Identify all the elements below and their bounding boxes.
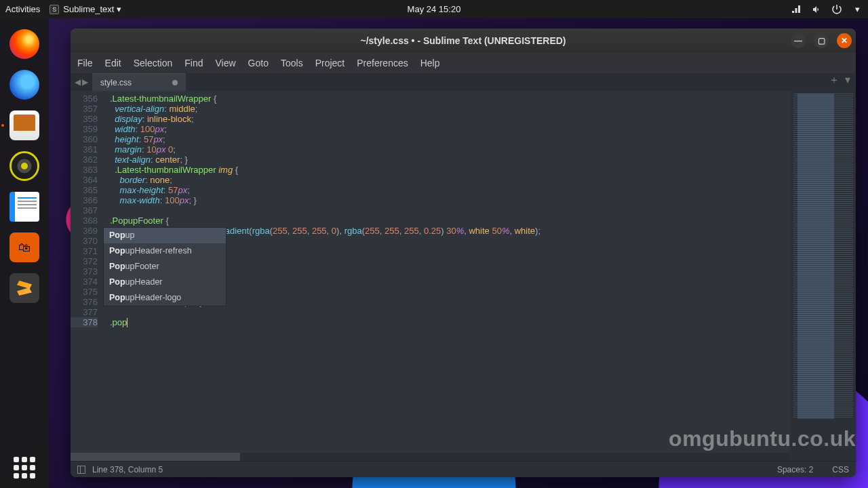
power-icon[interactable] — [831, 4, 842, 15]
dock-writer[interactable] — [7, 189, 42, 224]
autocomplete-item[interactable]: PopupHeader — [104, 274, 226, 290]
autocomplete-item[interactable]: PopupFooter — [104, 259, 226, 274]
menu-edit[interactable]: Edit — [105, 58, 121, 68]
tab-label: style.css — [100, 78, 132, 87]
writer-icon — [9, 192, 39, 222]
status-indent[interactable]: Spaces: 2 — [777, 465, 813, 474]
activities-button[interactable]: Activities — [5, 4, 40, 14]
minimap-content — [793, 94, 853, 419]
sublime-icon — [9, 273, 39, 303]
firefox-icon — [9, 29, 39, 59]
editor[interactable]: 3563573583593603613623633643653663673683… — [71, 91, 856, 461]
tab-next-icon[interactable]: ▶ — [82, 77, 88, 87]
network-icon[interactable] — [791, 4, 802, 15]
menu-project[interactable]: Project — [315, 58, 345, 68]
clock[interactable]: May 24 15:20 — [408, 4, 461, 14]
minimap[interactable] — [791, 91, 856, 461]
titlebar[interactable]: ~/style.css • - Sublime Text (UNREGISTER… — [71, 28, 856, 53]
autocomplete-item[interactable]: Popup — [104, 228, 226, 243]
rhythmbox-icon — [9, 151, 39, 181]
scrollbar-thumb[interactable] — [71, 453, 240, 461]
statusbar: Line 378, Column 5 Spaces: 2 CSS — [71, 461, 856, 477]
menubar: File Edit Selection Find View Goto Tools… — [71, 53, 856, 73]
minimize-button[interactable]: — — [791, 33, 806, 48]
new-tab-icon[interactable]: ＋ — [829, 73, 840, 91]
sublime-app-icon: S — [50, 5, 59, 14]
tab-style-css[interactable]: style.css — [92, 73, 186, 91]
autocomplete-item[interactable]: PopupHeader-refresh — [104, 243, 226, 259]
tab-menu-icon[interactable]: ▾ — [845, 73, 850, 91]
status-syntax[interactable]: CSS — [832, 465, 849, 474]
menu-tools[interactable]: Tools — [281, 58, 303, 68]
watermark: omgubuntu.co.uk — [669, 426, 856, 451]
dock — [0, 18, 49, 488]
files-icon — [9, 110, 39, 140]
dock-firefox[interactable] — [7, 26, 42, 62]
dock-sublime[interactable] — [7, 270, 42, 306]
maximize-button[interactable]: ▢ — [814, 33, 829, 48]
window-title: ~/style.css • - Sublime Text (UNREGISTER… — [361, 35, 566, 46]
tab-prev-icon[interactable]: ◀ — [75, 77, 81, 87]
menu-find[interactable]: Find — [184, 58, 203, 68]
dock-rhythmbox[interactable] — [7, 148, 42, 184]
app-menu[interactable]: S Sublime_text ▾ — [50, 4, 121, 14]
caret — [127, 318, 127, 327]
menu-goto[interactable]: Goto — [248, 58, 269, 68]
menu-view[interactable]: View — [216, 58, 236, 68]
tab-dirty-indicator — [172, 80, 178, 85]
autocomplete-item[interactable]: PopupHeader-logo — [104, 290, 226, 306]
menu-preferences[interactable]: Preferences — [357, 58, 408, 68]
tabbar: ◀ ▶ style.css ＋ ▾ — [71, 73, 856, 91]
panel-switcher-icon[interactable] — [77, 466, 85, 474]
volume-icon[interactable] — [811, 4, 822, 15]
dock-software[interactable] — [7, 230, 42, 265]
menu-help[interactable]: Help — [420, 58, 440, 68]
sublime-window: ~/style.css • - Sublime Text (UNREGISTER… — [71, 28, 856, 477]
software-icon — [9, 232, 39, 262]
thunderbird-icon — [9, 70, 39, 100]
horizontal-scrollbar[interactable] — [71, 453, 791, 461]
dock-thunderbird[interactable] — [7, 67, 42, 102]
show-applications[interactable] — [14, 457, 35, 479]
close-button[interactable]: ✕ — [837, 33, 852, 48]
menu-selection[interactable]: Selection — [134, 58, 173, 68]
gnome-topbar: Activities S Sublime_text ▾ May 24 15:20… — [0, 0, 868, 18]
typed-text: .pop — [110, 317, 127, 327]
status-position[interactable]: Line 378, Column 5 — [92, 465, 163, 474]
chevron-down-icon[interactable]: ▾ — [852, 4, 863, 15]
code-area[interactable]: .Latest-thumbnailWrapper { vertical-alig… — [103, 91, 791, 461]
menu-file[interactable]: File — [77, 58, 93, 68]
dock-files[interactable] — [7, 108, 42, 143]
autocomplete-popup[interactable]: Popup PopupHeader-refresh PopupFooter Po… — [103, 227, 226, 306]
app-menu-label: Sublime_text ▾ — [63, 4, 121, 14]
line-number-gutter: 3563573583593603613623633643653663673683… — [71, 91, 103, 461]
